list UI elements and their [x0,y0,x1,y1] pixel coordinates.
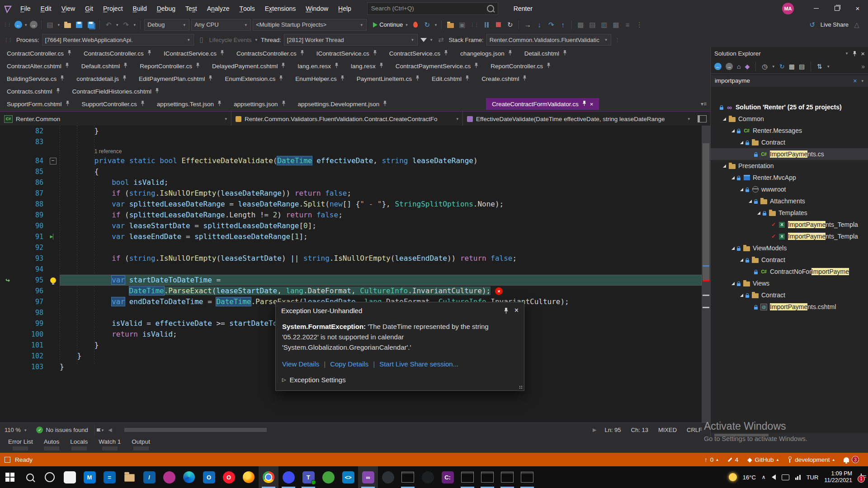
apply-code-changes-icon[interactable]: ↻ [422,19,432,30]
line-number[interactable]: 84 [15,155,46,166]
scrollbar-thumb[interactable] [124,428,267,432]
menu-project[interactable]: Project [98,0,128,17]
taskbar-firefox-icon[interactable] [239,466,259,488]
debugbar-grip[interactable]: ⋮⋮ [3,38,14,42]
member-crumb-dropdown[interactable]: EffectiveDateValidate(DateTime effective… [463,112,694,126]
tree-item[interactable]: ✓XImportPayments_Templa [711,219,868,230]
continue-button[interactable]: Continue [379,21,403,28]
error-icon[interactable]: × [495,287,503,295]
step-out-icon[interactable]: ↑ [558,19,568,30]
pin-icon[interactable] [562,50,567,57]
fold-margin[interactable] [46,307,60,318]
code-line-94[interactable]: 94 [0,264,702,275]
pin-icon[interactable] [122,75,127,82]
filter-threads-icon[interactable] [420,38,427,42]
touch-keyboard-icon[interactable] [782,474,789,480]
tree-item[interactable]: Renter.MvcApp [711,172,868,183]
search-options-dropdown[interactable]: ▾ [860,79,864,83]
pin-icon[interactable] [155,88,160,95]
line-number[interactable]: 95 [15,275,46,286]
step-into-icon[interactable]: ↓ [534,19,544,30]
document-health-indicator[interactable]: ✓ No issues found [32,427,92,433]
pin-icon[interactable] [522,75,527,82]
quick-actions-lightbulb-icon[interactable] [50,277,56,283]
exception-settings-expander[interactable]: ▷ Exception Settings [282,375,518,385]
thread-dropdown[interactable]: [2812] Worker Thread▾ [284,34,418,46]
menu-help[interactable]: Help [333,0,356,17]
language-indicator[interactable]: TUR [807,474,819,481]
taskbar-snip-sketch-icon[interactable]: / [139,466,159,488]
code-line-83[interactable]: 83 [0,136,702,147]
line-number[interactable]: 103 [15,361,46,372]
menu-edit[interactable]: Edit [36,0,57,17]
expander-icon[interactable] [723,117,726,121]
code-analysis-icon[interactable]: ▩ [576,19,585,30]
indent-icon[interactable]: ≡ [623,19,632,30]
document-tab[interactable]: BuildingService.cs [1,73,71,84]
close-button[interactable]: × [847,0,868,17]
se-show-all-files-icon[interactable]: ▤ [799,63,805,70]
document-tab[interactable]: contractdetail.js [71,73,133,84]
fold-margin[interactable] [46,286,60,296]
comment-icon[interactable]: ▦ [611,19,621,30]
tree-item[interactable]: ViewModels [711,242,868,254]
step-over-icon[interactable]: ↷ [546,19,556,30]
temperature[interactable]: 16°C [743,474,756,481]
gutter-margin[interactable] [0,253,15,264]
gutter-margin[interactable] [0,340,15,351]
project-crumb-dropdown[interactable]: C# Renter.Common ▾ [0,112,231,126]
gutter-margin[interactable]: ↪ [0,275,15,286]
menu-view[interactable]: View [57,0,80,17]
copy-details-link[interactable]: Copy Details [330,359,368,369]
code-line-86[interactable]: 86bool isValid; [0,177,702,188]
code-line-92[interactable]: 92 [0,242,702,253]
navigate-forward-icon[interactable]: → [30,21,38,28]
collapse-region-icon[interactable]: − [50,158,57,164]
tree-item[interactable]: C#ImportPayments.cs [711,148,868,160]
se-pending-changes-filter-icon[interactable]: ◷ [762,63,767,70]
line-number[interactable]: 99 [15,318,46,329]
expander-icon[interactable] [757,211,760,215]
restart-icon[interactable]: ↻ [505,19,515,30]
lifecycle-events-icon[interactable]: ▯ [197,34,207,45]
pin-icon[interactable] [546,62,551,70]
tree-item[interactable]: Templates [711,207,868,219]
menu-analyze[interactable]: Analyze [202,0,235,17]
document-tab[interactable]: changelogs.json [454,47,519,59]
gutter-margin[interactable] [0,318,15,329]
tab-close-icon[interactable]: × [590,101,594,108]
gutter-margin[interactable] [0,286,15,296]
pin-icon[interactable] [852,51,857,56]
taskbar-search-icon[interactable] [20,466,40,488]
document-tab[interactable]: appsettings.json [228,98,292,110]
taskbar-green-app-icon[interactable] [318,466,338,488]
fold-margin[interactable] [46,340,60,351]
fold-margin[interactable] [46,361,60,372]
gutter-margin[interactable] [0,155,15,166]
line-number[interactable]: 89 [15,210,46,221]
start-live-share-link[interactable]: Start Live Share session... [379,359,458,369]
panel-tab-autos[interactable]: Autos [39,436,64,451]
gutter-margin[interactable] [0,329,15,340]
line-number[interactable]: 94 [15,264,46,275]
flag-dropdown[interactable]: ▾ [101,428,105,432]
hidden-icons-chevron[interactable]: ∧ [762,474,766,480]
editor-horizontal-scrollbar[interactable] [115,427,590,433]
popup-close-icon[interactable]: × [514,306,519,314]
gutter-margin[interactable] [0,126,15,136]
hot-reload-dropdown[interactable]: ▾ [434,23,438,27]
taskbar-start-icon[interactable] [0,466,20,488]
pin-icon[interactable] [208,75,213,82]
pin-icon[interactable] [220,50,225,57]
code-line-96[interactable]: 96DateTime.ParseExact(leaseStartDate, la… [0,286,702,296]
fold-margin[interactable] [46,264,60,275]
line-number[interactable]: 98 [15,307,46,318]
attach-icon[interactable] [445,19,455,30]
open-folder-icon[interactable] [62,19,72,30]
document-tab[interactable]: ContractFieldHistories.cshtml [66,85,166,97]
taskbar-round-app-icon[interactable] [418,466,438,488]
code-line-93[interactable]: 93if (string.IsNullOrEmpty(leaseStartDat… [0,253,702,264]
line-number[interactable]: 90 [15,221,46,231]
push-commits-button[interactable]: ↑ 0 ▴ [704,456,718,463]
startup-project-dropdown[interactable]: <Multiple Startup Projects>▾ [253,19,367,31]
